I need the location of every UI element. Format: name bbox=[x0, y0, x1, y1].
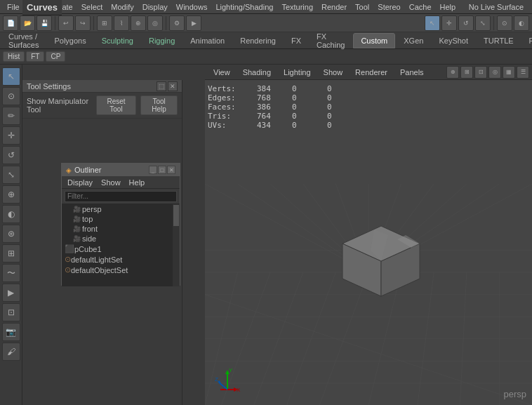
select-mode-icon[interactable]: ↖ bbox=[425, 15, 440, 31]
outliner-titlebar[interactable]: ◈ Outliner _ □ ✕ bbox=[62, 164, 180, 176]
outliner-item-default-light-set[interactable]: ⊙ defaultLightSet bbox=[62, 254, 171, 265]
tab-polygons[interactable]: Polygons bbox=[47, 33, 93, 48]
camera-icon-top: 🎥 bbox=[73, 215, 81, 223]
outliner-display-menu[interactable]: Display bbox=[65, 178, 95, 187]
menu-display[interactable]: Display bbox=[138, 0, 172, 13]
vp-tab-panels[interactable]: Panels bbox=[394, 65, 430, 79]
outliner-minimize-btn[interactable]: _ bbox=[149, 166, 157, 174]
stat-faces-val1: 386 bbox=[257, 102, 292, 112]
scale-tool[interactable]: ⤡ bbox=[2, 166, 20, 184]
rotate-mode-icon[interactable]: ↺ bbox=[458, 15, 474, 31]
tab-animation[interactable]: Animation bbox=[183, 33, 232, 48]
menu-file[interactable]: File bbox=[3, 0, 24, 13]
vp-tab-view[interactable]: View bbox=[208, 65, 236, 79]
show-manip-tool[interactable]: ⊞ bbox=[2, 244, 20, 263]
vp-tab-shading[interactable]: Shading bbox=[237, 65, 277, 79]
lasso-tool[interactable]: ⊙ bbox=[2, 87, 20, 105]
snap-view-icon[interactable]: ◎ bbox=[147, 15, 163, 31]
paint-fx-tool[interactable]: 🖌 bbox=[2, 343, 20, 361]
curves-surface-tool[interactable]: 〜 bbox=[2, 264, 20, 282]
snap-tool[interactable]: ⊡ bbox=[2, 303, 20, 321]
menu-tool[interactable]: Tool bbox=[351, 0, 373, 13]
menu-help[interactable]: Help bbox=[436, 0, 460, 13]
stat-edges-label: Edges: bbox=[208, 93, 257, 102]
menu-lighting[interactable]: Lighting/Shading bbox=[211, 0, 277, 13]
soft-select-icon[interactable]: ◐ bbox=[514, 15, 529, 31]
paint-tool[interactable]: ✏ bbox=[2, 107, 20, 125]
menu-stereo[interactable]: Stereo bbox=[373, 0, 404, 13]
outliner-item-top[interactable]: 🎥 top bbox=[62, 214, 171, 224]
menu-cache[interactable]: Cache bbox=[405, 0, 436, 13]
outliner-top-label: top bbox=[82, 215, 93, 223]
open-icon[interactable]: 📂 bbox=[20, 15, 35, 31]
outliner-item-persp[interactable]: 🎥 persp bbox=[62, 204, 171, 214]
snap-point-icon[interactable]: ⊕ bbox=[131, 15, 146, 31]
snap-grid-icon[interactable]: ⊞ bbox=[97, 15, 112, 31]
outliner-help-menu[interactable]: Help bbox=[126, 178, 148, 187]
vp-icon-2[interactable]: ⊞ bbox=[460, 66, 473, 79]
outliner-close-btn[interactable]: ✕ bbox=[167, 166, 175, 174]
cp-button[interactable]: CP bbox=[46, 51, 65, 62]
vp-icon-3[interactable]: ⊡ bbox=[474, 66, 487, 79]
menu-windows[interactable]: Windows bbox=[172, 0, 212, 13]
vp-icon-5[interactable]: ▦ bbox=[503, 66, 515, 79]
move-mode-icon[interactable]: ✛ bbox=[441, 15, 457, 31]
undo-icon[interactable]: ↩ bbox=[58, 15, 74, 31]
select-tool[interactable]: ↖ bbox=[2, 67, 20, 86]
reset-tool-btn[interactable]: Reset Tool bbox=[96, 95, 136, 115]
tab-xgen[interactable]: XGen bbox=[397, 33, 430, 48]
outliner-item-default-object-set[interactable]: ⊙ defaultObjectSet bbox=[62, 265, 171, 275]
outliner-show-menu[interactable]: Show bbox=[98, 178, 124, 187]
hist-button[interactable]: Hist bbox=[3, 51, 25, 62]
move-tool[interactable]: ✛ bbox=[2, 126, 20, 145]
manip-icon[interactable]: ⊙ bbox=[497, 15, 512, 31]
rotate-tool[interactable]: ↺ bbox=[2, 146, 20, 164]
outliner-maximize-btn[interactable]: □ bbox=[158, 166, 166, 174]
render-icon[interactable]: ▶ bbox=[186, 15, 201, 31]
universal-manip-tool[interactable]: ⊕ bbox=[2, 185, 20, 204]
tab-rendering[interactable]: Rendering bbox=[233, 33, 283, 48]
vp-icon-4[interactable]: ◎ bbox=[488, 66, 501, 79]
new-scene-icon[interactable]: 📄 bbox=[3, 15, 18, 31]
camera-icon-side: 🎥 bbox=[73, 235, 81, 242]
tab-fx[interactable]: FX bbox=[284, 33, 308, 48]
menu-modify[interactable]: Modify bbox=[107, 0, 138, 13]
outliner-item-front[interactable]: 🎥 front bbox=[62, 224, 171, 234]
vp-tab-show[interactable]: Show bbox=[318, 65, 349, 79]
menu-texturing[interactable]: Texturing bbox=[277, 0, 317, 13]
tab-custom[interactable]: Custom bbox=[353, 33, 395, 48]
vp-icon-6[interactable]: ☰ bbox=[517, 66, 529, 79]
soft-mod-tool[interactable]: ◐ bbox=[2, 205, 20, 223]
persp-label: persp bbox=[503, 389, 526, 399]
tab-rigging[interactable]: Rigging bbox=[142, 33, 182, 48]
outliner-search-input[interactable] bbox=[65, 191, 177, 202]
save-icon[interactable]: 💾 bbox=[36, 15, 52, 31]
render-tool[interactable]: ▶ bbox=[2, 284, 20, 302]
snap-curve-icon[interactable]: ⌇ bbox=[114, 15, 129, 31]
tab-curves-surfaces[interactable]: Curves / Surfaces bbox=[1, 33, 46, 48]
tab-fx-caching[interactable]: FX Caching bbox=[310, 33, 352, 48]
vp-tab-renderer[interactable]: Renderer bbox=[350, 65, 393, 79]
outliner-scrollbar[interactable] bbox=[173, 204, 180, 286]
tab-realflow[interactable]: RealFlow bbox=[522, 33, 532, 48]
tab-sculpting[interactable]: Sculpting bbox=[95, 33, 140, 48]
menu-select[interactable]: Select bbox=[77, 0, 107, 13]
outliner-item-pcube1[interactable]: ⬛ pCube1 bbox=[62, 244, 171, 254]
redo-icon[interactable]: ↪ bbox=[75, 15, 91, 31]
vp-icon-1[interactable]: ⊕ bbox=[446, 66, 459, 79]
outliner-persp-label: persp bbox=[82, 205, 102, 213]
scale-mode-icon[interactable]: ⤡ bbox=[475, 15, 491, 31]
camera-tool[interactable]: 📷 bbox=[2, 323, 20, 341]
ft-button[interactable]: FT bbox=[26, 51, 44, 62]
panel-close-btn[interactable]: ✕ bbox=[168, 81, 178, 91]
tab-keyshot[interactable]: KeyShot bbox=[432, 33, 475, 48]
render-settings-icon[interactable]: ⚙ bbox=[169, 15, 185, 31]
menu-render[interactable]: Render bbox=[317, 0, 351, 13]
panel-float-btn[interactable]: ⬚ bbox=[157, 81, 166, 91]
sculpt-tool[interactable]: ⊛ bbox=[2, 225, 20, 243]
outliner-menubar: Display Show Help bbox=[62, 176, 180, 189]
tool-help-btn[interactable]: Tool Help bbox=[140, 95, 178, 115]
outliner-item-side[interactable]: 🎥 side bbox=[62, 234, 171, 244]
vp-tab-lighting[interactable]: Lighting bbox=[278, 65, 317, 79]
tab-turtle[interactable]: TURTLE bbox=[477, 33, 521, 48]
